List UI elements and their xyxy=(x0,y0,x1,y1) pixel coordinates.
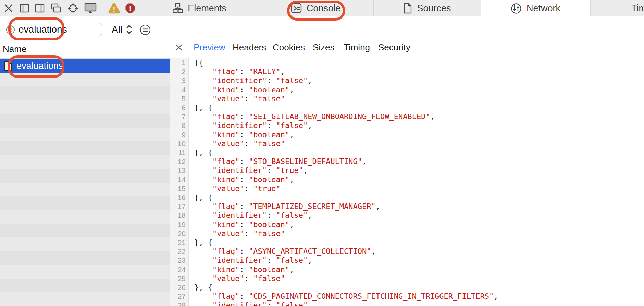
line-numbers: 1234567891011121314151617181920212223242… xyxy=(170,58,188,306)
code-line: "flag": "TEMPLATIZED_SECRET_MANAGER", xyxy=(194,202,644,211)
code-line: "identifier": "false", xyxy=(194,121,644,130)
errors-button[interactable]: ! xyxy=(125,0,136,16)
code-line: "kind": "boolean", xyxy=(194,220,644,229)
tab-timelines-label: Timelines xyxy=(631,3,644,14)
svg-text:!: ! xyxy=(113,5,115,13)
close-detail-button[interactable] xyxy=(175,39,183,56)
line-number: 23 xyxy=(170,256,186,265)
tab-elements[interactable]: Elements xyxy=(141,0,258,16)
detail-tab-headers[interactable]: Headers xyxy=(233,39,266,56)
hierarchy-icon xyxy=(173,3,183,13)
code-line: "kind": "boolean", xyxy=(194,175,644,184)
json-code: [{ "flag": "RALLY", "identifier": "false… xyxy=(189,58,644,306)
svg-text:!: ! xyxy=(129,5,132,12)
detail-tab-preview[interactable]: Preview xyxy=(194,39,225,56)
dock-side-left-button[interactable] xyxy=(19,0,29,16)
code-line: "kind": "boolean", xyxy=(194,85,644,94)
code-line: "identifier": "false", xyxy=(194,211,644,220)
list-stripe-row xyxy=(0,210,170,224)
resource-type-select[interactable]: All xyxy=(112,23,133,36)
detail-tab-security-label: Security xyxy=(378,42,410,53)
code-line: }, { xyxy=(194,193,644,202)
code-line: "flag": "SEI_GITLAB_NEW_ONBOARDING_FLOW_… xyxy=(194,112,644,121)
filter-lines-icon xyxy=(6,25,15,34)
detail-tab-preview-label: Preview xyxy=(194,42,225,53)
close-icon xyxy=(4,4,13,13)
warnings-button[interactable]: ! xyxy=(108,0,121,16)
line-number: 19 xyxy=(170,220,186,229)
cascade-windows-icon xyxy=(50,3,61,13)
code-line: "kind": "boolean", xyxy=(194,130,644,139)
code-line: "value": "false" xyxy=(194,94,644,103)
web-inspector-window: ! ! Elements xyxy=(0,0,644,306)
detail-tab-cookies[interactable]: Cookies xyxy=(273,39,305,56)
line-number: 22 xyxy=(170,247,186,256)
tab-network-label: Network xyxy=(527,3,560,14)
list-stripe-row xyxy=(0,100,170,114)
display-icon xyxy=(84,3,97,14)
line-number: 1 xyxy=(170,58,186,67)
json-preview-area: [{ "flag": "RALLY", "identifier": "false… xyxy=(189,58,644,306)
code-line: "kind": "boolean", xyxy=(194,265,644,274)
tab-console-label: Console xyxy=(307,3,340,14)
line-number: 13 xyxy=(170,166,186,175)
code-line: }, { xyxy=(194,103,644,112)
element-selection-button[interactable] xyxy=(67,0,79,16)
request-row-evaluations[interactable]: evaluations xyxy=(0,59,170,73)
list-stripe-row xyxy=(0,251,170,265)
filter-options-button[interactable] xyxy=(140,24,151,35)
line-number: 7 xyxy=(170,112,186,121)
tab-timelines[interactable]: Timelines xyxy=(590,0,644,16)
error-octagon-icon: ! xyxy=(125,3,135,13)
line-number: 27 xyxy=(170,292,186,301)
crosshair-target-icon xyxy=(67,2,79,14)
toolbar-separator xyxy=(103,3,103,13)
line-number: 4 xyxy=(170,85,186,94)
list-stripe-row xyxy=(0,141,170,155)
filter-circle-icon xyxy=(140,24,151,35)
list-stripe-row xyxy=(0,183,170,196)
line-number: 24 xyxy=(170,265,186,274)
detail-tab-sizes[interactable]: Sizes xyxy=(313,39,335,56)
code-line: "identifier": "true", xyxy=(194,166,644,175)
line-number: 21 xyxy=(170,238,186,247)
transfer-arrows-icon xyxy=(511,3,522,14)
line-number: 15 xyxy=(170,184,186,193)
line-number: 20 xyxy=(170,229,186,238)
line-number: 3 xyxy=(170,76,186,85)
list-stripe-row xyxy=(0,196,170,210)
resource-type-value: All xyxy=(112,24,122,35)
code-line: "value": "false" xyxy=(194,274,644,283)
line-number: 25 xyxy=(170,274,186,283)
line-number: 12 xyxy=(170,157,186,166)
close-icon xyxy=(175,44,183,51)
line-number: 2 xyxy=(170,67,186,76)
device-settings-button[interactable] xyxy=(84,0,97,16)
request-name: evaluations xyxy=(16,61,63,71)
code-line: "identifier": "false", xyxy=(194,256,644,265)
list-stripe-row xyxy=(0,114,170,128)
line-number: 18 xyxy=(170,211,186,220)
code-line: "identifier": "false", xyxy=(194,301,644,306)
code-line: }, { xyxy=(194,148,644,157)
tab-sources[interactable]: Sources xyxy=(373,0,481,16)
request-list-stripes xyxy=(0,73,170,306)
detail-tab-security[interactable]: Security xyxy=(378,39,410,56)
tab-sources-label: Sources xyxy=(417,3,451,14)
line-number: 16 xyxy=(170,193,186,202)
code-line: "value": "true" xyxy=(194,184,644,193)
line-number: 28 xyxy=(170,301,186,306)
dock-left-icon xyxy=(20,3,29,13)
close-inspector-button[interactable] xyxy=(3,0,14,16)
tab-console[interactable]: Console xyxy=(258,0,373,16)
separate-window-button[interactable] xyxy=(50,0,62,16)
dock-side-right-button[interactable] xyxy=(35,0,45,16)
tab-network[interactable]: Network xyxy=(481,0,590,17)
detail-tab-timing[interactable]: Timing xyxy=(344,39,370,56)
request-list-header: Name xyxy=(0,40,170,59)
list-stripe-row xyxy=(0,279,170,292)
code-line: }, { xyxy=(194,238,644,247)
line-number: 14 xyxy=(170,175,186,184)
resource-filter-input[interactable]: evaluations xyxy=(3,23,102,36)
line-number: 9 xyxy=(170,130,186,139)
